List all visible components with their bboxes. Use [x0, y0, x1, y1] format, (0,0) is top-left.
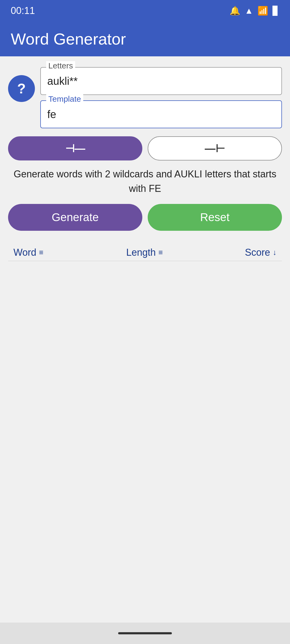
- word-sort-icon: ≡: [39, 248, 43, 257]
- generate-button[interactable]: Generate: [8, 204, 142, 231]
- word-col-label: Word: [13, 247, 36, 258]
- status-bar: 00:11 🔔 ▲ 📶 ▊: [0, 0, 290, 21]
- score-sort-icon: ↓: [273, 248, 277, 257]
- input-section: ? Letters Template: [8, 67, 282, 128]
- description-text: Generate words with 2 wildcards and AUKL…: [8, 167, 282, 196]
- word-column-header[interactable]: Word ≡: [13, 247, 126, 258]
- length-column-header[interactable]: Length ≡: [126, 247, 201, 258]
- notification-icon: 🔔: [230, 6, 240, 16]
- main-content: ? Letters Template ⊣— —⊢ Generate words …: [0, 56, 290, 272]
- reset-button[interactable]: Reset: [148, 204, 282, 231]
- score-column-header[interactable]: Score ↓: [201, 247, 277, 258]
- table-header: Word ≡ Length ≡ Score ↓: [8, 244, 282, 261]
- status-time: 00:11: [11, 5, 35, 16]
- score-col-label: Score: [245, 247, 270, 258]
- ends-with-icon: —⊢: [205, 142, 225, 155]
- ends-with-button[interactable]: —⊢: [148, 136, 282, 160]
- nav-bar: [0, 623, 290, 644]
- length-sort-icon: ≡: [158, 248, 163, 257]
- status-icons: 🔔 ▲ 📶 ▊: [230, 6, 279, 16]
- battery-icon: ▊: [273, 6, 279, 16]
- starts-with-icon: ⊣—: [65, 142, 85, 155]
- help-icon: ?: [17, 80, 26, 97]
- app-bar: Word Generator: [0, 21, 290, 56]
- wifi-icon: ▲: [245, 6, 253, 16]
- app-title: Word Generator: [11, 30, 126, 48]
- action-row: Generate Reset: [8, 204, 282, 231]
- toggle-row: ⊣— —⊢: [8, 136, 282, 160]
- help-button[interactable]: ?: [8, 75, 35, 102]
- template-input[interactable]: [41, 101, 281, 128]
- fields-container: Letters Template: [40, 67, 282, 128]
- signal-icon: 📶: [258, 6, 268, 16]
- letters-field-wrapper: Letters: [40, 67, 282, 95]
- letters-input[interactable]: [41, 68, 281, 94]
- template-field-wrapper: Template: [40, 100, 282, 128]
- nav-indicator: [118, 632, 172, 634]
- length-col-label: Length: [126, 247, 156, 258]
- starts-with-button[interactable]: ⊣—: [8, 136, 142, 160]
